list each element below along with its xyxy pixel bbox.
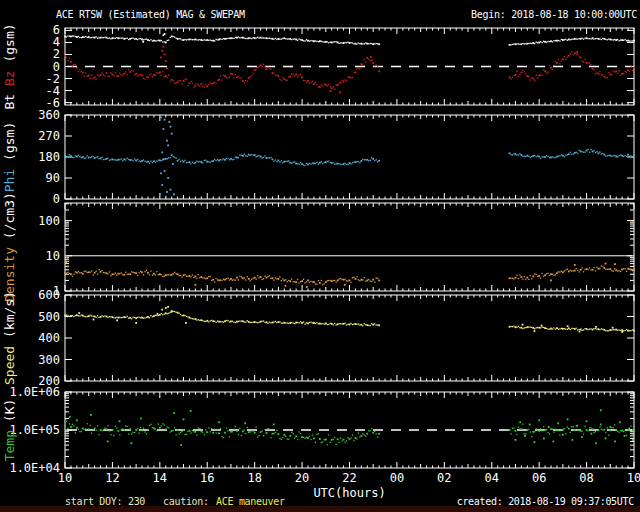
series-temp (64, 409, 635, 446)
x-tick-label: 18 (247, 471, 261, 485)
panel-border (65, 295, 634, 381)
x-tick-label: 14 (153, 471, 167, 485)
series-speed (64, 306, 635, 333)
x-tick-label: 12 (105, 471, 119, 485)
x-tick-label: 02 (437, 471, 451, 485)
y-tick-label: 360 (38, 108, 60, 122)
y-tick-label: 100 (38, 214, 60, 228)
panel-density: 100101Density (/cm3) (2, 192, 635, 302)
y-axis-title: Bt Bz (gsm) (2, 23, 17, 109)
y-tick-label: 600 (38, 288, 60, 302)
series-density (64, 221, 635, 288)
y-tick-label: 1.0E+06 (9, 385, 60, 399)
x-tick-label: 20 (295, 471, 309, 485)
y-tick-label: 1.0E+04 (9, 461, 60, 475)
chart-canvas: 6420-2-4-6Bt Bz (gsm)360270180900Phi (gs… (0, 0, 640, 512)
y-tick-label: 1.0E+05 (9, 423, 60, 437)
x-axis-labels: 10121416182022000204060810 (58, 471, 640, 485)
series-bz (64, 46, 635, 94)
panel-border (65, 203, 634, 291)
panel-border (65, 392, 634, 468)
x-tick-label: 16 (200, 471, 214, 485)
series-bt (64, 33, 635, 46)
y-axis-title: Phi (gsm) (2, 122, 17, 192)
bottom-strip (0, 506, 640, 512)
series-phi (64, 116, 635, 197)
y-tick-label: 500 (38, 310, 60, 324)
x-tick-label: 00 (390, 471, 404, 485)
y-axis-title: Density (/cm3) (2, 192, 17, 302)
panel-bt-bz: 6420-2-4-6Bt Bz (gsm) (2, 23, 635, 109)
x-tick-label: 10 (627, 471, 640, 485)
y-tick-label: 180 (38, 150, 60, 164)
y-tick-label: 10 (46, 249, 60, 263)
y-tick-label: 400 (38, 331, 60, 345)
y-tick-label: 300 (38, 353, 60, 367)
x-tick-label: 04 (485, 471, 499, 485)
y-axis-title: Temp (K) (2, 399, 17, 462)
y-tick-label: 270 (38, 129, 60, 143)
panel-speed: 600500400300200Speed (km/s) (2, 288, 635, 388)
ace-rtsw-plot: ACE RTSW (Estimated) MAG & SWEPAM Begin:… (0, 0, 640, 512)
y-tick-label: 0 (53, 192, 60, 206)
x-tick-label: 10 (58, 471, 72, 485)
y-tick-label: 90 (46, 171, 60, 185)
panel-temp: 1.0E+061.0E+051.0E+04Temp (K) (2, 385, 635, 475)
x-tick-label: 22 (342, 471, 356, 485)
panel-phi: 360270180900Phi (gsm) (2, 108, 635, 206)
x-tick-label: 08 (579, 471, 593, 485)
y-axis-title: Speed (km/s) (2, 291, 17, 385)
x-tick-label: 06 (532, 471, 546, 485)
